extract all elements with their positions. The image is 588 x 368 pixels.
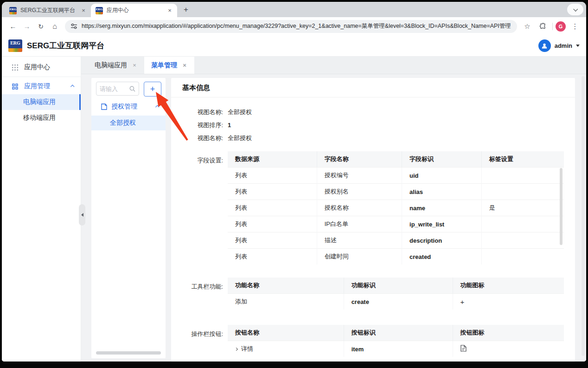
column-header: 功能标识: [344, 278, 453, 294]
table-header-row: 功能名称 功能标识 功能图标: [228, 278, 564, 294]
section-title: 基本信息: [171, 78, 575, 97]
detail-card: 基本信息 视图名称: 全部授权 视图排序: 1 视图名称:: [171, 78, 575, 362]
home-button[interactable]: [48, 20, 61, 33]
workspace-tab-pc-apps[interactable]: 电脑端应用: [88, 57, 144, 74]
add-view-button[interactable]: +: [144, 82, 161, 97]
column-header: 字段标识: [402, 151, 482, 168]
sidebar-item-mobile-apps[interactable]: 移动端应用: [2, 110, 81, 126]
browser-menu-icon[interactable]: [569, 20, 582, 33]
reload-button[interactable]: [34, 20, 47, 33]
screenshot-stage: ERG SERG工业互联网平台 ERG 应用中心 +: [0, 0, 588, 368]
field-settings-table: 数据来源 字段名称 字段标识 标签设置: [228, 151, 564, 265]
browser-tab-serg[interactable]: ERG SERG工业互联网平台: [5, 4, 91, 17]
table-row: 详情 item: [228, 341, 564, 357]
new-tab-button[interactable]: +: [180, 4, 192, 16]
back-button[interactable]: [6, 20, 19, 33]
address-bar[interactable]: https://serg.mixyun.com/mixapplication/#…: [65, 20, 517, 33]
bookmark-star-icon[interactable]: [521, 20, 534, 33]
forward-button[interactable]: [20, 20, 33, 33]
table-row: 列表 授权编号 uid: [228, 168, 564, 184]
profile-avatar[interactable]: G: [556, 21, 566, 32]
field-view-name-1: 视图名称: 全部授权: [182, 108, 564, 116]
field-value: 全部授权: [228, 108, 252, 116]
sidebar-group-label: 应用管理: [24, 82, 50, 90]
workspace-tab-label: 菜单管理: [151, 61, 177, 70]
tree-search-row: +: [91, 78, 166, 97]
table-row: 列表 描述 description: [228, 232, 564, 249]
browser-tab-title: 应用中心: [107, 6, 162, 14]
table-row: 列表 授权别名 alias: [228, 184, 564, 200]
section-label: 工具栏功能:: [182, 278, 223, 310]
horizontal-scrollbar[interactable]: [96, 351, 161, 355]
field-view-order: 视图排序: 1: [182, 121, 564, 129]
user-menu[interactable]: admin: [538, 39, 580, 52]
app-title: SERG工业互联网平台: [27, 40, 104, 51]
toolbar-divider: [552, 23, 553, 30]
column-header: 功能名称: [228, 278, 344, 294]
table-row: 列表 授权名称 name 是: [228, 200, 564, 216]
field-label: 视图名称:: [182, 108, 223, 116]
chevron-up-icon: [155, 105, 159, 109]
browser-tab-appcenter[interactable]: ERG 应用中心: [91, 4, 177, 17]
sidebar-item-app-center[interactable]: 应用中心: [2, 59, 81, 75]
tree-node-label: 全部授权: [110, 119, 136, 127]
sidebar-item-label: 应用中心: [24, 63, 50, 71]
erg-favicon: ERG: [96, 7, 103, 14]
close-icon[interactable]: [80, 7, 87, 14]
toolbar-functions-section: 工具栏功能: 功能名称 功能标识 功能图标: [182, 278, 564, 310]
search-icon: [129, 86, 135, 92]
sidebar-item-label: 电脑端应用: [23, 98, 56, 106]
tree-search[interactable]: [96, 82, 139, 96]
column-header: 按钮名称: [228, 325, 344, 341]
document-icon: [460, 345, 467, 352]
action-buttons-table: 按钮名称 按钮标识 按钮图标: [228, 325, 564, 357]
sidebar-item-label: 移动端应用: [23, 114, 56, 122]
file-icon: [101, 103, 107, 110]
action-name-cell[interactable]: 详情: [235, 345, 336, 353]
search-input[interactable]: [100, 85, 127, 92]
sidebar-item-pc-apps[interactable]: 电脑端应用: [2, 94, 81, 110]
chevron-up-icon: [70, 84, 74, 88]
username-label: admin: [555, 42, 572, 49]
tree-node-auth-manage[interactable]: 授权管理: [91, 97, 166, 116]
column-header: 标签设置: [481, 151, 564, 168]
chevron-down-icon: [576, 45, 580, 47]
table-row: 添加 create +: [228, 294, 564, 310]
sidebar-collapse-handle[interactable]: [79, 204, 85, 226]
plus-icon: +: [453, 294, 564, 310]
section-label: 字段设置:: [182, 151, 223, 265]
chevron-down-icon: [573, 7, 578, 12]
table-vertical-scrollbar[interactable]: [560, 168, 562, 245]
sidebar-divider: [2, 77, 81, 77]
action-name-label: 详情: [241, 345, 253, 353]
workspace-tabbar: 电脑端应用 菜单管理: [81, 57, 586, 74]
main-row: 应用中心 应用管理 电脑端应用 移动端应用: [2, 57, 586, 362]
detail-body: 视图名称: 全部授权 视图排序: 1 视图名称: 全部授权: [171, 97, 575, 357]
field-value: 全部授权: [228, 134, 252, 142]
workspace-tab-label: 电脑端应用: [95, 61, 127, 70]
workspace-tab-menu-manage[interactable]: 菜单管理: [144, 57, 194, 74]
extensions-icon[interactable]: [537, 20, 550, 33]
tree-node-all-auth[interactable]: 全部授权: [91, 116, 166, 130]
erg-favicon: ERG: [9, 7, 17, 14]
table-row: 列表 IP白名单 ip_write_list: [228, 216, 564, 232]
column-header: 功能图标: [453, 278, 564, 294]
close-icon[interactable]: [132, 63, 137, 68]
column-header: 按钮图标: [453, 325, 564, 341]
site-info-icon[interactable]: [70, 23, 77, 29]
grid-icon: [12, 65, 18, 71]
app-header: ERG SERG工业互联网平台 admin: [2, 35, 586, 57]
sidebar-group-app-manage[interactable]: 应用管理: [2, 78, 81, 94]
url-text: https://serg.mixyun.com/mixapplication/#…: [82, 22, 511, 30]
tree-panel: + 授权管理 全部授权: [91, 78, 166, 358]
tab-overflow-button[interactable]: [567, 4, 583, 15]
erg-logo: ERG: [8, 39, 22, 52]
action-buttons-section: 操作栏按钮: 按钮名称 按钮标识 按钮图标: [182, 325, 564, 357]
field-view-name-2: 视图名称: 全部授权: [182, 134, 564, 142]
close-icon[interactable]: [166, 7, 173, 14]
field-value: 1: [228, 121, 231, 129]
toolbar-functions-table: 功能名称 功能标识 功能图标 添加: [228, 278, 564, 310]
browser-tabstrip: ERG SERG工业互联网平台 ERG 应用中心 +: [2, 2, 586, 17]
chevron-right-icon: [235, 347, 238, 350]
close-icon[interactable]: [182, 63, 187, 68]
